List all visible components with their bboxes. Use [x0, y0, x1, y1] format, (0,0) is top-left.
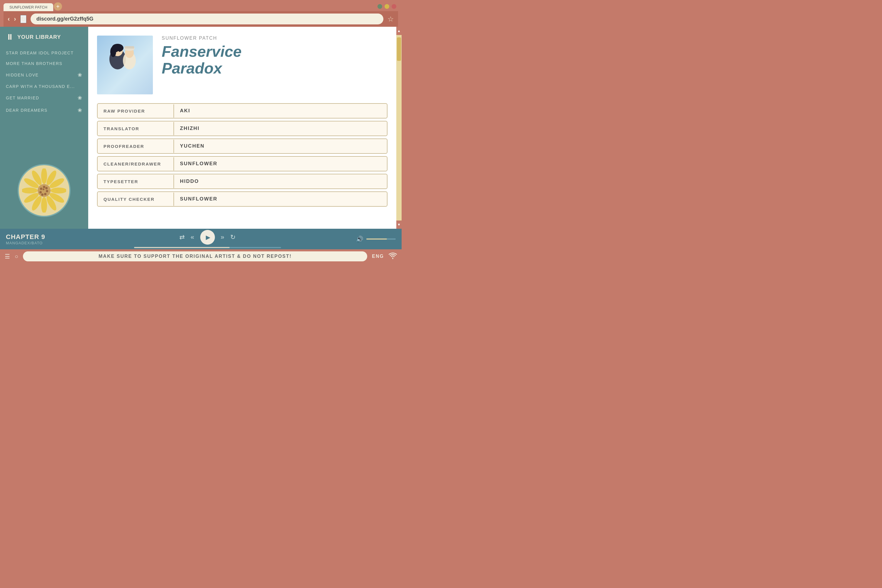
credit-label-1: TRANSLATOR — [98, 122, 174, 135]
credit-row-1: TRANSLATOR ZHIZHI — [97, 121, 387, 136]
sidebar: ⏸ YOUR LIBRARY STAR DREAM IDOL PROJECT M… — [0, 27, 88, 229]
bookmark-icon-2: ❀ — [78, 72, 82, 78]
new-tab-button[interactable]: + — [54, 2, 62, 10]
volume-icon: 🔊 — [356, 236, 363, 243]
tab-label: SUNFLOWER PATCH — [9, 5, 47, 9]
bottom-message: MAKE SURE TO SUPPORT THE ORIGINAL ARTIST… — [23, 251, 367, 261]
reload-button[interactable]: ↻ — [20, 15, 27, 23]
sidebar-item-2[interactable]: HIDDEN LOVE ❀ — [0, 69, 88, 81]
credit-row-5: QUALITY CHECKER SUNFLOWER — [97, 191, 387, 207]
credit-value-1: ZHIZHI — [174, 122, 206, 135]
scrollbar-track[interactable]: ▲ ▼ — [396, 27, 402, 229]
svg-point-14 — [45, 187, 48, 189]
scroll-up-arrow[interactable]: ▲ — [396, 27, 402, 35]
search-icon[interactable]: ○ — [15, 253, 18, 260]
logo-area — [0, 158, 88, 223]
svg-rect-29 — [124, 46, 134, 48]
chapter-number: CHAPTER 9 — [6, 233, 59, 241]
sidebar-header: ⏸ YOUR LIBRARY — [0, 33, 88, 48]
svg-point-30 — [117, 51, 119, 53]
svg-point-6 — [41, 197, 47, 213]
volume-bar[interactable] — [366, 238, 396, 240]
url-input[interactable] — [31, 14, 383, 24]
credit-value-3: SUNFLOWER — [174, 157, 224, 171]
sidebar-item-1[interactable]: MORE THAN BROTHERS — [0, 58, 88, 69]
credit-value-0: AKI — [174, 104, 196, 118]
tab-bar: SUNFLOWER PATCH + — [3, 2, 398, 11]
browser-chrome: SUNFLOWER PATCH + ‹ › ↻ ☆ — [0, 0, 402, 27]
manga-title-line2: Paradox — [162, 60, 222, 77]
close-button[interactable] — [392, 4, 396, 9]
controls-row: ⇄ « ▶ » ↻ — [179, 230, 236, 244]
sunflower-svg — [22, 168, 66, 213]
svg-point-31 — [129, 53, 131, 55]
svg-point-20 — [43, 189, 44, 190]
credit-row-3: CLEANER/REDRAWER SUNFLOWER — [97, 156, 387, 171]
chapter-source: MANGADEX/BATO — [6, 241, 59, 245]
credit-label-4: TYPESETTER — [98, 175, 174, 188]
shuffle-button[interactable]: ⇄ — [179, 233, 184, 241]
menu-icon[interactable]: ☰ — [5, 253, 10, 260]
credit-label-2: PROOFREADER — [98, 140, 174, 153]
credit-value-4: HIDDO — [174, 174, 205, 189]
sidebar-item-label-1: MORE THAN BROTHERS — [6, 61, 62, 66]
sidebar-item-3[interactable]: CARP WITH A THOUSAND E... — [0, 81, 88, 92]
sidebar-item-5[interactable]: DEAR DREAMERS ❀ — [0, 104, 88, 116]
credit-label-3: CLEANER/REDRAWER — [98, 157, 174, 171]
progress-bar[interactable] — [134, 247, 281, 248]
minimize-button[interactable] — [378, 4, 382, 9]
repeat-button[interactable]: ↻ — [230, 233, 236, 241]
sidebar-item-4[interactable]: GET MARRIED ❀ — [0, 92, 88, 104]
manga-title: Fanservice Paradox — [162, 43, 387, 77]
maximize-button[interactable] — [384, 4, 389, 9]
back-button[interactable]: ‹ — [8, 16, 10, 22]
scroll-down-arrow[interactable]: ▼ — [396, 220, 402, 229]
play-button[interactable]: ▶ — [200, 230, 215, 244]
prev-button[interactable]: « — [190, 233, 194, 241]
bookmark-icon-4: ❀ — [78, 94, 82, 101]
next-button[interactable]: » — [221, 233, 224, 241]
credit-row-2: PROOFREADER YUCHEN — [97, 138, 387, 154]
scrollbar-thumb[interactable] — [397, 38, 401, 61]
bottom-bar: ☰ ○ MAKE SURE TO SUPPORT THE ORIGINAL AR… — [0, 249, 402, 263]
manga-cover — [97, 36, 153, 94]
wifi-icon — [388, 252, 397, 261]
svg-point-3 — [51, 188, 66, 194]
url-bar-row: ‹ › ↻ ☆ — [3, 11, 398, 27]
volume-fill — [366, 238, 387, 240]
svg-point-18 — [39, 191, 42, 194]
cover-svg — [97, 36, 153, 94]
manga-publisher: SUNFLOWER PATCH — [162, 36, 387, 41]
sidebar-item-label-4: GET MARRIED — [6, 96, 39, 100]
sidebar-list: STAR DREAM IDOL PROJECT MORE THAN BROTHE… — [0, 48, 88, 158]
svg-point-19 — [40, 188, 42, 190]
manga-title-line1: Fanservice — [162, 43, 242, 60]
svg-point-13 — [43, 186, 45, 188]
scroll-up-icon: ▲ — [397, 29, 401, 33]
svg-point-0 — [41, 168, 47, 184]
sidebar-item-label-2: HIDDEN LOVE — [6, 73, 39, 77]
active-tab[interactable]: SUNFLOWER PATCH — [3, 3, 53, 11]
sidebar-header-label: YOUR LIBRARY — [17, 34, 61, 40]
sidebar-item-label-5: DEAR DREAMERS — [6, 108, 48, 112]
wifi-svg — [388, 252, 397, 259]
window-controls — [378, 4, 396, 9]
svg-point-9 — [22, 188, 38, 194]
sunflower-logo — [18, 164, 70, 217]
svg-point-17 — [41, 194, 44, 196]
forward-button[interactable]: › — [14, 16, 16, 22]
language-label: ENG — [372, 254, 384, 259]
play-icon: ▶ — [206, 234, 210, 241]
manga-header: SUNFLOWER PATCH Fanservice Paradox — [97, 36, 387, 94]
credit-label-0: RAW PROVIDER — [98, 104, 174, 118]
sidebar-item-label-0: STAR DREAM IDOL PROJECT — [6, 51, 74, 55]
svg-point-16 — [44, 193, 46, 195]
library-icon: ⏸ — [6, 33, 14, 42]
svg-point-25 — [110, 46, 116, 57]
credit-row-0: RAW PROVIDER AKI — [97, 103, 387, 118]
sidebar-item-0[interactable]: STAR DREAM IDOL PROJECT — [0, 48, 88, 58]
credit-value-2: YUCHEN — [174, 139, 210, 153]
credit-row-4: TYPESETTER HIDDO — [97, 174, 387, 189]
bookmark-star-icon[interactable]: ☆ — [387, 15, 394, 23]
player-controls: ⇄ « ▶ » ↻ — [64, 230, 350, 248]
